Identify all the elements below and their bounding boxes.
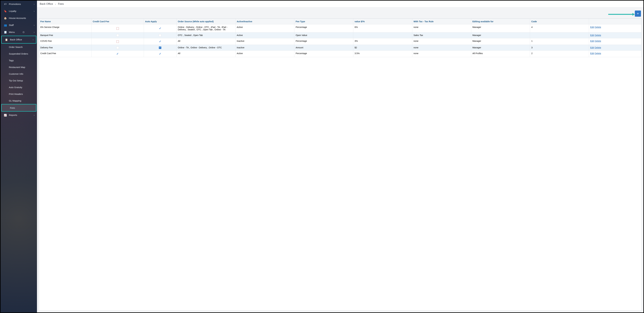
delete-link[interactable]: Delete (595, 34, 601, 36)
cell-cc-fee (91, 45, 144, 51)
cell-tax: none (412, 38, 471, 45)
fees-table-container: Fee NameCredit Card FeeAuto ApplyOrder S… (39, 18, 642, 311)
sidebar-sub-gl-mapping[interactable]: GL Mapping (0, 97, 37, 104)
edit-link[interactable]: Edit (590, 40, 594, 42)
cell-fee-name: Banquet Fee (39, 32, 92, 38)
checkbox-unchecked[interactable] (116, 27, 119, 30)
column-header[interactable]: Auto Apply (144, 19, 176, 24)
cell-auto-apply: ✓ (144, 51, 176, 57)
checkbox-unchecked[interactable] (116, 40, 119, 43)
column-header[interactable]: Editing available for (471, 19, 530, 24)
column-header[interactable]: value $/% (353, 19, 412, 24)
chevron-right-icon: › (34, 31, 34, 33)
cell-code: 3 (530, 45, 589, 51)
sidebar-sub-label: Restaurant Map (9, 66, 25, 68)
checkbox-unchecked[interactable] (159, 34, 161, 37)
cell-order-source: All (176, 51, 236, 57)
column-header[interactable] (589, 19, 642, 24)
sidebar-item-back-office[interactable]: 📋 Back Office › (2, 36, 36, 43)
sidebar-item-reports[interactable]: 📈 Reports › (0, 112, 37, 119)
edit-link[interactable]: Edit (590, 52, 594, 55)
highlight-fees: Fees (1, 104, 36, 112)
cell-editing: Manager (471, 24, 530, 32)
checkbox-unchecked[interactable] (116, 34, 119, 37)
sidebar-sub-tip-out-setup[interactable]: Tip Out Setup (0, 77, 37, 84)
sidebar-sub-label: GL Mapping (9, 99, 21, 102)
column-header[interactable]: Credit Card Fee (91, 19, 144, 24)
sidebar-sub-suspended-orders[interactable]: Suspended Orders (0, 50, 37, 57)
sidebar-sub-label: Fees (10, 107, 15, 109)
highlight-back-office: 📋 Back Office › (1, 36, 36, 44)
cell-active: Inactive (236, 38, 294, 45)
clipboard-icon: 📋 (5, 38, 8, 41)
cell-actions: Edit Delete (589, 45, 642, 51)
cell-order-source: Online - Delivery , Online - OTC , iPad … (176, 24, 236, 32)
sidebar-sub-order-search[interactable]: Order Search (0, 44, 37, 50)
sidebar-sub-restaurant-map[interactable]: Restaurant Map (0, 64, 37, 70)
table-row: Banquet FeeOTC , Seated , Open TabActive… (39, 32, 642, 38)
delete-link[interactable]: Delete (595, 52, 601, 55)
cell-value: $2 (353, 45, 412, 51)
sidebar-sub-label: Auto Gratuity (9, 86, 22, 89)
breadcrumb-root[interactable]: Back Office (40, 2, 53, 5)
sidebar-item-staff[interactable]: 👥Staff› (0, 22, 37, 29)
delete-link[interactable]: Delete (595, 26, 601, 28)
check-icon: ✓ (159, 27, 161, 30)
sidebar-sub-label: Tags (9, 59, 14, 62)
cell-code: 2 (530, 51, 589, 57)
chevron-right-icon: › (34, 114, 34, 116)
cell-fee-type: Percentage (294, 38, 353, 45)
sidebar-item-label: Reports (9, 114, 17, 117)
nav-icon: 🔖 (4, 10, 7, 13)
cell-value (353, 32, 412, 38)
sidebar: 🏷Promotions›🔖Loyalty›🏠House Accounts👥Sta… (0, 0, 37, 313)
cell-code: 1 (530, 38, 589, 45)
delete-link[interactable]: Delete (595, 40, 601, 42)
breadcrumb-current: Fees (58, 2, 64, 5)
cell-order-source: Online - TA , Online - Delivery , Online… (176, 45, 236, 51)
cell-auto-apply: ✓ (144, 45, 176, 51)
column-header[interactable]: Code (530, 19, 589, 24)
cell-fee-type: Percentage (294, 24, 353, 32)
sidebar-sub-print-headers[interactable]: Print Headers (0, 91, 37, 97)
chart-icon: 📈 (4, 114, 7, 117)
sidebar-item-loyalty[interactable]: 🔖Loyalty› (0, 8, 37, 15)
column-header[interactable]: Fee Name (39, 19, 92, 24)
column-header[interactable]: With Tax - Tax Rule (412, 19, 471, 24)
sidebar-sub-customer-info[interactable]: Customer Info (0, 70, 37, 77)
cell-auto-apply: ✓ (144, 38, 176, 45)
checkbox-unchecked[interactable] (116, 46, 119, 49)
sidebar-sub-auto-gratuity[interactable]: Auto Gratuity (0, 84, 37, 91)
cell-fee-name: COVID Fee (39, 38, 92, 45)
table-row: Delivery Fee✓Online - TA , Online - Deli… (39, 45, 642, 51)
sidebar-sub-tags[interactable]: Tags (0, 57, 37, 64)
column-header[interactable]: Order Source (While auto applied) (176, 19, 236, 24)
add-fee-button[interactable]: + (635, 10, 641, 17)
cell-editing: All Profiles (471, 51, 530, 57)
sidebar-item-label: Loyalty (9, 10, 16, 12)
sidebar-sub-fees[interactable]: Fees (2, 104, 36, 111)
sidebar-item-menu[interactable]: 🧾Menu⌬› (0, 29, 37, 36)
sidebar-item-house-accounts[interactable]: 🏠House Accounts (0, 15, 37, 22)
chevron-right-icon: › (34, 24, 34, 26)
cell-tax: Sales Tax (412, 32, 471, 38)
column-header[interactable]: Active/Inactive (236, 19, 294, 24)
sidebar-item-promotions[interactable]: 🏷Promotions› (0, 0, 37, 8)
breadcrumb: Back Office › Fees (37, 0, 644, 7)
table-header-row: Fee NameCredit Card FeeAuto ApplyOrder S… (39, 19, 642, 24)
cell-actions: Edit Delete (589, 38, 642, 45)
chevron-right-icon: › (33, 38, 34, 41)
cell-code: 4 (530, 24, 589, 32)
edit-link[interactable]: Edit (590, 26, 594, 28)
nav-icon: 👥 (4, 24, 7, 27)
sidebar-item-label: Staff (9, 24, 14, 26)
edit-link[interactable]: Edit (590, 34, 594, 36)
cell-fee-type: Amount (294, 45, 353, 51)
delete-link[interactable]: Delete (595, 46, 601, 49)
fees-table: Fee NameCredit Card FeeAuto ApplyOrder S… (39, 19, 642, 57)
edit-link[interactable]: Edit (590, 46, 594, 49)
cell-fee-name: 6% Service Charge (39, 24, 92, 32)
checkbox-checked[interactable]: ✓ (159, 46, 161, 49)
sidebar-sub-label: Customer Info (9, 73, 23, 75)
column-header[interactable]: Fee Type (294, 19, 353, 24)
